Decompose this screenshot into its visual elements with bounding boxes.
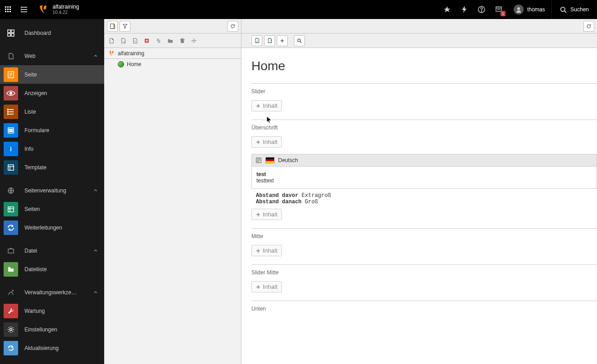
module-dashboard[interactable]: Dashboard [0,24,104,42]
add-content-button[interactable]: Inhalt [251,100,282,111]
modules-grid-icon[interactable] [0,0,16,19]
module-item[interactable]: Seite [0,65,104,84]
module-item[interactable]: Weiterleitungen [0,218,104,237]
link-icon[interactable] [154,36,163,45]
username: thomas [527,6,545,13]
content-toolbar-top [241,19,597,34]
version: 10.4.22 [53,10,79,15]
add-content-button[interactable]: Inhalt [251,281,282,292]
locked-doc-icon[interactable] [119,36,128,45]
bookmark-icon[interactable] [438,0,456,19]
svg-rect-47 [8,207,14,212]
search-button[interactable]: Suchen [551,0,597,19]
ic-view-icon [4,86,18,101]
module-group-header[interactable]: Verwaltungswerkze… [0,283,104,302]
brand[interactable]: alfatraining 10.4.22 [33,4,85,15]
avatar-icon [514,5,524,14]
module-item[interactable]: Dateiliste [0,260,104,278]
ic-settings-icon [4,322,18,337]
trash-icon[interactable] [178,36,187,45]
zone-header: Slider [251,84,597,100]
topbar: alfatraining 10.4.22 1 thomas Suchen [0,0,597,19]
ic-update-icon [4,341,18,355]
module-item[interactable]: Aktualisierung [0,339,104,357]
new-page-button[interactable] [107,21,118,32]
svg-rect-25 [8,34,10,36]
svg-rect-2 [10,6,11,8]
svg-rect-1 [7,6,9,8]
svg-point-52 [10,328,12,330]
module-item[interactable]: Liste [0,102,104,121]
content-column: Home Slider Inhalt Überschrift Inhalt De… [241,19,597,364]
content-element-body[interactable]: test testtext [251,167,597,189]
svg-point-21 [561,7,565,11]
svg-rect-39 [9,129,13,130]
folder-icon[interactable] [166,36,175,45]
module-item[interactable]: Anzeigen [0,84,104,102]
svg-rect-50 [8,249,14,253]
help-icon[interactable] [473,0,490,19]
doc-search-button[interactable] [294,35,305,46]
module-item[interactable]: Template [0,158,104,177]
shortcut-doc-icon[interactable] [130,36,140,45]
tree-page-home[interactable]: Home [104,60,241,69]
zone-slider-mitte: Slider Mitte Inhalt [251,264,597,301]
svg-rect-4 [7,9,9,10]
ic-form-icon [4,123,18,138]
typo3-logo-icon [38,5,48,14]
svg-rect-6 [5,11,6,12]
module-group-header[interactable]: Web [0,47,104,65]
module-item[interactable]: Wartung [0,302,104,320]
refresh-tree-button[interactable] [227,21,238,32]
ce-spacing: Abstand davor Extragroß Abstand danach G… [251,189,597,209]
svg-rect-5 [10,9,11,10]
svg-point-16 [481,11,481,11]
svg-rect-41 [10,148,11,151]
site-name: alfatraining [53,4,79,10]
refresh-content-button[interactable] [583,21,594,32]
tree-root[interactable]: alfatraining [104,50,241,59]
svg-rect-24 [11,30,14,33]
svg-point-13 [21,9,21,10]
svg-point-31 [10,92,12,94]
module-item[interactable]: Info [0,139,104,158]
flash-icon[interactable] [456,0,473,19]
mount-doc-icon[interactable] [142,36,151,45]
notifications-icon[interactable]: 1 [490,0,507,19]
module-group-header[interactable]: Seitenverwaltung [0,181,104,200]
svg-point-20 [517,7,520,10]
content-element-header[interactable]: Deutsch [251,154,597,167]
add-content-button[interactable]: Inhalt [251,245,282,256]
new-doc-icon[interactable] [107,36,116,45]
add-content-button[interactable]: Inhalt [251,136,282,148]
edit-page-button[interactable] [251,35,262,46]
chevron-down-icon [93,54,98,58]
module-item[interactable]: Formulare [0,121,104,139]
add-content-button[interactable]: Inhalt [251,209,282,220]
plus-icon [255,248,261,254]
svg-rect-43 [8,165,14,170]
zone-header: Mitte [251,229,597,245]
divider-icon[interactable] [189,36,198,45]
module-item[interactable]: Einstellungen [0,320,104,339]
module-group-header[interactable]: Datei [0,241,104,260]
list-view-icon[interactable] [16,0,33,19]
svg-point-35 [8,109,9,110]
text-element-icon [255,157,262,163]
export-page-button[interactable] [264,35,275,46]
plus-icon [255,284,261,290]
tree-root-label: alfatraining [118,50,144,57]
ic-list-icon [4,105,18,119]
page-tree-column: alfatraining Home [104,19,241,364]
add-record-button[interactable] [277,35,288,46]
user-menu[interactable]: thomas [507,5,551,14]
svg-rect-51 [8,267,10,268]
filter-button[interactable] [120,21,130,32]
svg-rect-40 [9,131,13,132]
svg-point-14 [21,11,21,12]
chevron-down-icon [93,249,98,253]
svg-line-22 [565,11,567,13]
module-item[interactable]: Seiten [0,200,104,218]
chevron-down-icon [93,290,98,295]
ce-text: testtext [256,177,592,184]
